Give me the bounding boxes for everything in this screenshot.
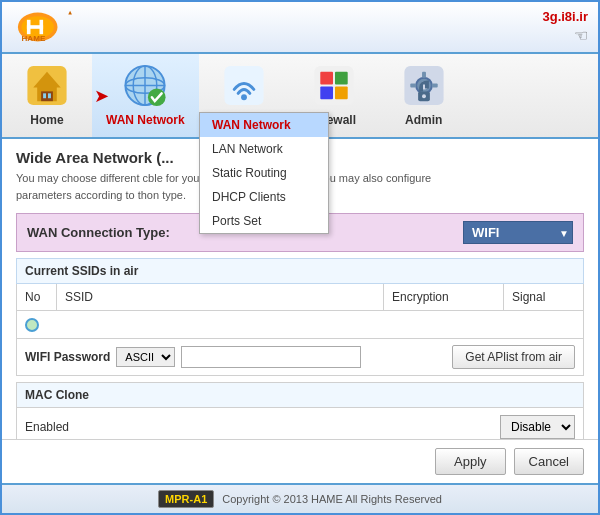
svg-rect-4 xyxy=(27,25,43,29)
top-right: 3g.i8i.ir ☜ xyxy=(542,9,588,45)
svg-point-19 xyxy=(241,94,247,100)
active-arrow: ➤ xyxy=(94,85,109,107)
footer: MPR-A1 Copyright © 2013 HAME All Rights … xyxy=(2,483,598,513)
mac-select-wrapper: Disable Enable xyxy=(500,415,575,439)
mac-clone-select[interactable]: Disable Enable xyxy=(500,415,575,439)
nav-item-home[interactable]: Home xyxy=(2,54,92,137)
hame-logo: HAME xyxy=(12,9,76,45)
mac-clone-section: MAC Clone Enabled Disable Enable xyxy=(16,382,584,439)
svg-marker-6 xyxy=(68,11,72,15)
encoding-select[interactable]: ASCII HEX xyxy=(116,347,175,367)
ssid-table: Current SSIDs in air No SSID Encryption … xyxy=(16,258,584,339)
svg-rect-10 xyxy=(43,93,46,98)
col-ssid: SSID xyxy=(57,284,384,311)
svg-rect-20 xyxy=(314,66,353,105)
home-icon xyxy=(23,62,71,109)
nav-label-admin: Admin xyxy=(405,113,442,127)
wifi-pw-label: WIFI Password xyxy=(25,350,110,364)
nav-label-wan: WAN Network xyxy=(106,113,185,127)
logo-area: HAME xyxy=(12,9,76,45)
svg-rect-24 xyxy=(335,86,348,99)
admin-icon xyxy=(400,62,448,109)
ssid-column-headers: No SSID Encryption Signal xyxy=(17,284,584,311)
encoding-select-wrapper: ASCII HEX xyxy=(116,347,175,367)
svg-rect-9 xyxy=(41,91,53,101)
site-url: 3g.i8i.ir xyxy=(542,9,588,24)
wifi-password-row: WIFI Password ASCII HEX Get APlist from … xyxy=(16,339,584,376)
wan-type-select-wrapper: WIFI DHCP PPPoE Static IP ▼ xyxy=(463,221,573,244)
dropdown-item-lan[interactable]: LAN Network xyxy=(200,137,328,161)
dropdown-item-dhcp[interactable]: DHCP Clients xyxy=(200,185,328,209)
ssid-radio-row xyxy=(17,311,584,339)
apply-button[interactable]: Apply xyxy=(435,448,506,475)
model-badge: MPR-A1 xyxy=(158,490,214,508)
wireless-icon xyxy=(220,62,268,109)
radio-button[interactable] xyxy=(25,318,39,332)
svg-rect-30 xyxy=(410,84,416,88)
copyright-text: Copyright © 2013 HAME All Rights Reserve… xyxy=(222,493,442,505)
nav-item-admin[interactable]: Admin xyxy=(379,54,469,137)
ssid-table-header: Current SSIDs in air xyxy=(17,259,584,284)
cancel-button[interactable]: Cancel xyxy=(514,448,584,475)
svg-rect-28 xyxy=(422,72,426,78)
svg-rect-31 xyxy=(432,84,438,88)
mac-clone-label: Enabled xyxy=(25,420,69,434)
ssid-header-row: Current SSIDs in air xyxy=(17,259,584,284)
get-aplist-button[interactable]: Get APlist from air xyxy=(452,345,575,369)
wan-icon xyxy=(121,62,169,109)
svg-rect-22 xyxy=(335,72,348,85)
bottom-bar: Apply Cancel xyxy=(2,439,598,483)
dropdown-item-wan[interactable]: WAN Network xyxy=(200,113,328,137)
dropdown-item-static[interactable]: Static Routing xyxy=(200,161,328,185)
svg-point-33 xyxy=(422,94,426,98)
hand-icon: ☜ xyxy=(574,26,588,45)
firewall-icon xyxy=(310,62,358,109)
nav-dropdown: WAN Network LAN Network Static Routing D… xyxy=(199,112,329,234)
main-window: HAME 3g.i8i.ir ☜ Home ➤ xyxy=(0,0,600,515)
dropdown-item-ports[interactable]: Ports Set xyxy=(200,209,328,233)
svg-rect-21 xyxy=(320,72,333,85)
col-encryption: Encryption xyxy=(384,284,504,311)
svg-rect-11 xyxy=(48,93,51,98)
svg-rect-23 xyxy=(320,86,333,99)
col-no: No xyxy=(17,284,57,311)
svg-text:HAME: HAME xyxy=(22,34,46,43)
wan-type-select[interactable]: WIFI DHCP PPPoE Static IP xyxy=(463,221,573,244)
wifi-password-input[interactable] xyxy=(181,346,361,368)
top-bar: HAME 3g.i8i.ir ☜ xyxy=(2,2,598,54)
col-signal: Signal xyxy=(504,284,584,311)
wan-type-label: WAN Connection Type: xyxy=(27,225,170,240)
nav-bar: Home ➤ WAN Network WAN Network LAN Netwo… xyxy=(2,54,598,139)
mac-clone-row: Enabled Disable Enable xyxy=(17,408,583,439)
nav-item-wan[interactable]: ➤ WAN Network WAN Network LAN Network St… xyxy=(92,54,199,137)
nav-label-home: Home xyxy=(30,113,63,127)
mac-clone-header: MAC Clone xyxy=(17,383,583,408)
